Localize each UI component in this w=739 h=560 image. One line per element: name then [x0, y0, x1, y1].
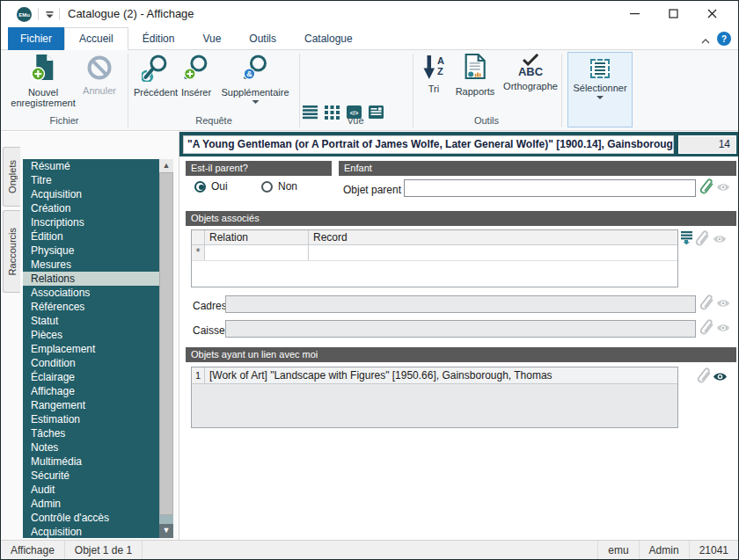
sidebar-item[interactable]: Emplacement — [23, 342, 159, 356]
radio-non[interactable]: Non — [261, 180, 297, 193]
select-button[interactable]: Sélectionner — [567, 52, 633, 127]
sidebar-item-label: Contrôle d'accès — [31, 512, 109, 524]
linked-objects-list[interactable]: 1 [Work of Art] "Landscape with Figures"… — [191, 367, 678, 428]
sidebar-item[interactable]: Admin — [23, 497, 159, 511]
menu-tab[interactable]: Édition — [128, 27, 189, 50]
sidebar-item[interactable]: Multimédia — [23, 455, 159, 469]
section-header-objets-associes: Objets associés — [186, 211, 736, 226]
radio-oui[interactable]: Oui — [194, 180, 228, 193]
sidebar-item[interactable]: Résumé — [23, 159, 159, 173]
sidebar-item[interactable]: Rangement — [23, 398, 159, 412]
previous-query-button[interactable]: Précédent — [134, 54, 178, 98]
status-bar: AffichageObjet 1 de 1 emuAdmin21041 — [1, 540, 738, 560]
sidebar-item[interactable]: Associations — [23, 286, 159, 300]
form-view-icon[interactable] — [369, 105, 384, 122]
sidebar-item[interactable]: Pièces — [23, 328, 159, 342]
sidebar-item[interactable]: Acquisition — [23, 525, 159, 538]
sidebar-item-label: Titre — [31, 174, 52, 186]
menu-tab[interactable]: Fichier — [8, 27, 64, 50]
title-bar: EMu Catalogue (2) - Affichage — [1, 1, 738, 27]
ribbon-separator — [299, 54, 300, 127]
list-view-icon[interactable] — [303, 105, 318, 122]
sidebar-item-label: Associations — [31, 287, 90, 299]
statusbar-right: emuAdmin21041 — [597, 541, 738, 560]
linked-row-text[interactable]: [Work of Art] "Landscape with Figures" [… — [205, 367, 677, 383]
select-label: Sélectionner — [573, 83, 626, 93]
sidebar-item-label: Édition — [31, 230, 63, 243]
radio-oui-circle[interactable] — [194, 181, 206, 193]
reports-label: Rapports — [456, 86, 495, 97]
cancel-button[interactable]: Annuler — [83, 54, 116, 96]
sidebar-item[interactable]: Références — [23, 300, 159, 314]
view-mode-buttons: </> — [303, 105, 384, 122]
attach-icon-disabled — [695, 230, 711, 251]
grid-view-icon[interactable] — [325, 105, 340, 122]
statusbar-cell: Admin — [639, 541, 689, 560]
sidebar-item[interactable]: Notes — [23, 440, 159, 455]
parent-object-input[interactable] — [404, 179, 696, 197]
scrollbar-thumb[interactable] — [159, 172, 173, 515]
sidebar-item[interactable]: Titre — [23, 173, 159, 187]
record-counter: 14 — [678, 135, 736, 154]
main-content: Est-il parent? Enfant Oui Non Objet pare… — [179, 156, 739, 540]
sidebar-item[interactable]: Sécurité — [23, 469, 159, 483]
reports-button[interactable]: Rapports — [456, 54, 495, 97]
linked-object-row[interactable]: 1 [Work of Art] "Landscape with Figures"… — [192, 367, 677, 384]
sidebar-item[interactable]: Statut — [23, 314, 159, 328]
sidebar-item[interactable]: Tâches — [23, 426, 159, 440]
column-header-record[interactable]: Record — [309, 230, 677, 244]
associated-objects-table[interactable]: Relation Record * — [191, 229, 678, 287]
sidebar-item[interactable]: Estimation — [23, 412, 159, 426]
collapse-ribbon-icon[interactable] — [701, 34, 710, 47]
select-dropdown-caret — [596, 96, 604, 99]
close-button[interactable] — [692, 1, 731, 26]
sidebar-item[interactable]: Condition — [23, 356, 159, 370]
sidebar-item[interactable]: Éclairage — [23, 370, 159, 384]
quick-access-dropdown-icon[interactable] — [45, 10, 55, 22]
sidebar-item-label: Sécurité — [31, 469, 70, 482]
insert-button[interactable]: Insérer — [181, 54, 211, 98]
new-record-button[interactable]: Nouvel enregistrement — [11, 54, 75, 108]
sidebar-item-label: Admin — [31, 498, 61, 510]
menu-tab[interactable]: Outils — [235, 27, 290, 50]
grid-list-icon[interactable] — [681, 231, 694, 249]
maximize-button[interactable] — [654, 1, 692, 26]
parent-object-label: Objet parent : — [343, 184, 407, 196]
menu-tab[interactable]: Vue — [188, 27, 235, 50]
app-logo-icon[interactable]: EMu — [17, 7, 32, 22]
sidebar-item[interactable]: Acquisition — [23, 187, 159, 201]
sidebar-item[interactable]: Affichage — [23, 384, 159, 398]
cell-record[interactable] — [309, 245, 677, 260]
view-attachment-icon[interactable] — [713, 371, 728, 385]
help-button[interactable]: ? — [717, 32, 731, 46]
spelling-button[interactable]: ABC Orthographe — [503, 54, 558, 91]
column-header-relation[interactable]: Relation — [205, 230, 309, 244]
group-label-fichier: Fichier — [49, 115, 78, 126]
sidebar-item[interactable]: Contrôle d'accès — [23, 511, 159, 525]
sort-button[interactable]: A Z Tri — [423, 54, 444, 94]
minimize-button[interactable] — [615, 1, 654, 26]
additional-query-button[interactable]: & Supplémentaire — [221, 54, 289, 104]
sidebar-tab-onglets[interactable]: Onglets — [3, 147, 20, 207]
additional-dropdown-caret — [252, 100, 259, 104]
table-new-row[interactable]: * — [192, 245, 677, 261]
cell-relation[interactable] — [205, 245, 309, 260]
sidebar-item[interactable]: Relations — [23, 272, 159, 286]
sidebar-scrollbar[interactable]: ▲ ▼ — [159, 159, 173, 538]
scroll-down-icon[interactable]: ▼ — [159, 524, 173, 538]
sidebar-item[interactable]: Création — [23, 201, 159, 215]
sidebar-item[interactable]: Édition — [23, 229, 159, 244]
radio-non-circle[interactable] — [261, 181, 273, 193]
sidebar-item[interactable]: Inscriptions — [23, 215, 159, 229]
sidebar-item[interactable]: Mesures — [23, 258, 159, 272]
sidebar-item[interactable]: Physique — [23, 244, 159, 258]
section-header-objets-lien: Objets ayant un lien avec moi — [186, 347, 736, 362]
sidebar-item[interactable]: Audit — [23, 483, 159, 497]
attach-icon[interactable] — [699, 178, 715, 200]
scroll-up-icon[interactable]: ▲ — [159, 159, 173, 172]
titlebar-separator — [59, 8, 60, 20]
menu-tab-label: Accueil — [79, 33, 113, 45]
menu-tab[interactable]: Catalogue — [290, 27, 367, 50]
sidebar-tab-raccourcis[interactable]: Raccourcis — [3, 210, 20, 293]
menu-tab[interactable]: Accueil — [64, 27, 128, 50]
